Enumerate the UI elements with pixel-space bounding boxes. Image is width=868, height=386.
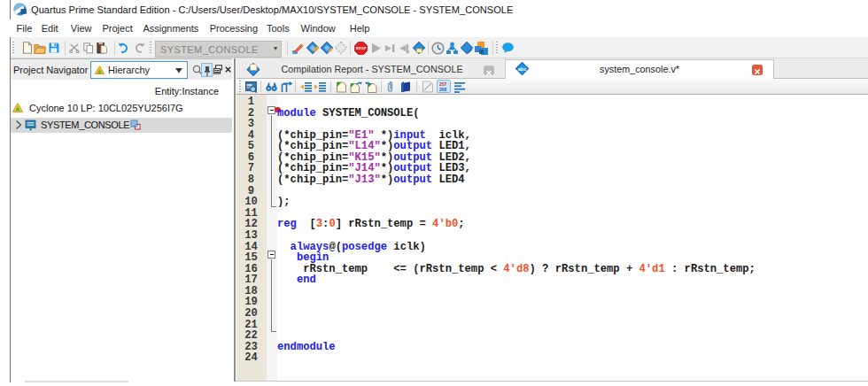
- svg-text:abc: abc: [518, 66, 526, 72]
- svg-text:STOP: STOP: [356, 46, 367, 50]
